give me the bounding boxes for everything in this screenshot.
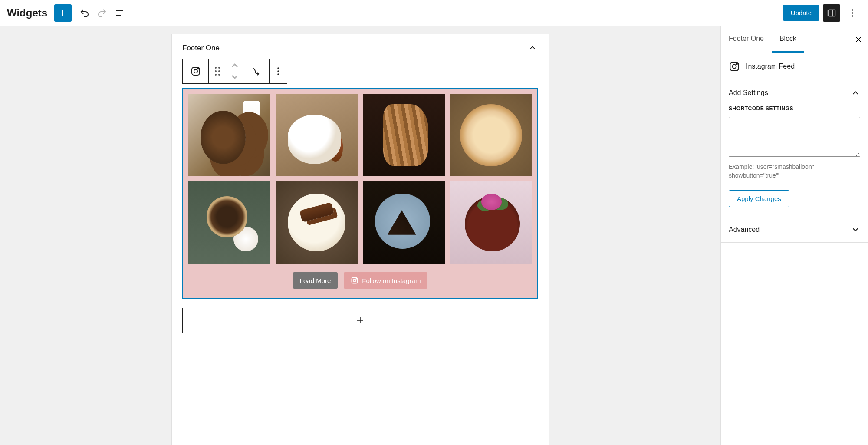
svg-point-17 — [353, 279, 356, 282]
load-more-button[interactable]: Load More — [293, 272, 338, 289]
editor-canvas[interactable]: Footer One — [0, 26, 720, 445]
svg-point-9 — [852, 15, 853, 17]
options-button[interactable] — [844, 4, 861, 22]
svg-point-11 — [194, 69, 197, 73]
drag-icon — [215, 67, 220, 76]
move-buttons — [226, 59, 243, 83]
svg-point-25 — [736, 63, 737, 64]
block-options-button[interactable] — [270, 59, 287, 83]
svg-point-7 — [852, 9, 853, 11]
svg-point-14 — [277, 70, 279, 72]
move-down-icon[interactable] — [230, 72, 240, 82]
redo-button[interactable] — [93, 4, 111, 22]
feed-image[interactable] — [363, 181, 445, 264]
list-view-icon — [114, 8, 125, 18]
feed-image[interactable] — [363, 94, 445, 176]
feed-image[interactable] — [450, 181, 532, 264]
svg-point-12 — [197, 69, 198, 69]
move-up-icon[interactable] — [230, 60, 240, 71]
instagram-icon — [351, 277, 358, 284]
block-appender[interactable] — [182, 308, 538, 333]
panel-advanced: Advanced — [721, 217, 868, 243]
shortcode-settings-label: Shortcode Settings — [729, 105, 860, 112]
panel-add-settings: Add Settings Shortcode Settings Example:… — [721, 80, 868, 217]
plus-icon — [355, 315, 365, 326]
follow-button-label: Follow on Instagram — [362, 277, 421, 284]
chevron-down-icon — [851, 225, 860, 234]
widget-area-title: Footer One — [182, 44, 220, 53]
editor-header: Widgets Update — [0, 0, 868, 26]
tab-block[interactable]: Block — [772, 26, 804, 53]
feed-image[interactable] — [188, 94, 270, 176]
panel-title: Advanced — [729, 226, 760, 234]
panel-title: Add Settings — [729, 89, 768, 97]
kebab-icon — [273, 66, 283, 76]
move-to-widget-area-button[interactable] — [243, 59, 270, 83]
block-toolbar — [182, 59, 287, 84]
feed-image[interactable] — [276, 181, 358, 264]
plus-icon — [58, 8, 68, 18]
close-sidebar-button[interactable] — [849, 30, 868, 49]
instagram-icon — [729, 61, 740, 72]
svg-point-8 — [852, 12, 853, 14]
redo-icon — [97, 8, 107, 18]
block-type-button[interactable] — [183, 59, 209, 83]
instagram-icon — [191, 66, 201, 76]
chevron-up-icon — [851, 88, 860, 98]
apply-changes-button[interactable]: Apply Changes — [729, 190, 789, 207]
svg-point-18 — [356, 278, 357, 279]
svg-point-15 — [277, 73, 279, 75]
kebab-icon — [847, 8, 858, 18]
follow-button[interactable]: Follow on Instagram — [344, 272, 427, 289]
sidebar-tabs: Footer One Block — [721, 26, 868, 53]
sidebar-icon — [827, 8, 836, 18]
move-to-icon — [251, 66, 262, 76]
panel-add-settings-header[interactable]: Add Settings — [721, 80, 868, 105]
tab-widget-area[interactable]: Footer One — [721, 26, 772, 53]
shortcode-input[interactable] — [729, 117, 860, 157]
add-block-button[interactable] — [54, 4, 72, 22]
undo-icon — [79, 8, 90, 18]
svg-point-13 — [277, 67, 279, 69]
block-identity: Instagram Feed — [721, 53, 868, 80]
close-icon — [854, 35, 863, 44]
feed-image[interactable] — [276, 94, 358, 176]
svg-rect-5 — [828, 10, 835, 16]
page-title: Widgets — [7, 7, 47, 19]
chevron-up-icon — [528, 43, 537, 53]
settings-sidebar: Footer One Block Instagram Feed Add Sett… — [720, 26, 868, 445]
drag-handle[interactable] — [209, 59, 226, 83]
block-name-label: Instagram Feed — [746, 63, 795, 70]
list-view-button[interactable] — [111, 4, 128, 22]
shortcode-hint: Example: 'user="smashballoon" showbutton… — [729, 163, 860, 180]
settings-panel-toggle[interactable] — [823, 4, 840, 22]
svg-point-24 — [733, 65, 736, 69]
instagram-feed-block[interactable]: Load More Follow on Instagram — [182, 88, 538, 299]
widget-area-header[interactable]: Footer One — [172, 34, 549, 59]
feed-image[interactable] — [450, 94, 532, 176]
undo-button[interactable] — [76, 4, 93, 22]
widget-area-card: Footer One — [171, 34, 549, 445]
feed-grid — [188, 94, 532, 264]
panel-advanced-header[interactable]: Advanced — [721, 217, 868, 242]
collapse-toggle[interactable] — [528, 43, 538, 53]
update-button[interactable]: Update — [783, 5, 819, 21]
feed-image[interactable] — [188, 181, 270, 264]
